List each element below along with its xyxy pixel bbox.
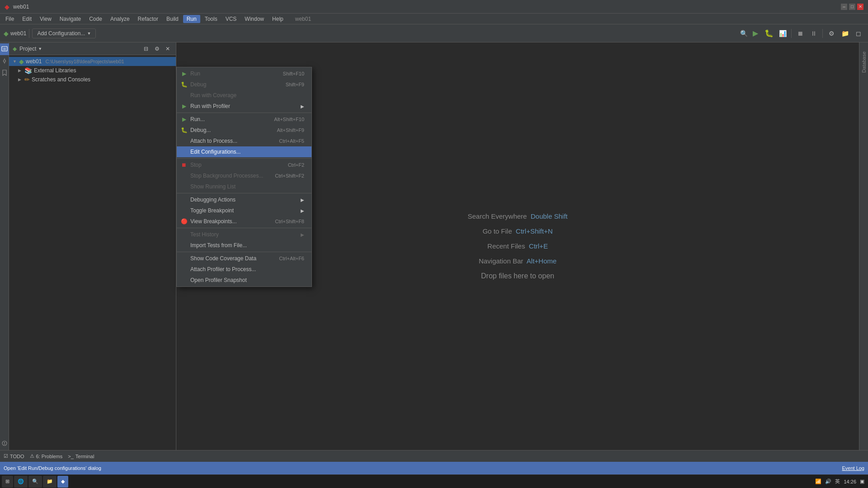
hide-panel-button[interactable]: ✕ [163,44,172,53]
menu-item-test-history[interactable]: Test History ▶ [177,229,311,240]
menu-item-debug-actions[interactable]: Debugging Actions ▶ [177,194,311,205]
menu-item-debug-dots[interactable]: 🐛 Debug... Alt+Shift+F9 [177,125,311,136]
menu-vcs[interactable]: VCS [222,15,241,23]
menu-item-attach[interactable]: Attach to Process... Ctrl+Alt+F5 [177,136,311,146]
menu-item-import-tests[interactable]: Import Tests from File... [177,240,311,251]
run-button[interactable]: ▶ [750,28,761,39]
menu-edit[interactable]: Edit [19,15,35,23]
folder-button[interactable]: 📁 [839,28,851,39]
window-title: web01 [13,4,29,10]
shortcut-everywhere: Search Everywhere Double Shift [468,212,568,220]
menu-window[interactable]: Window [241,15,268,23]
settings-button[interactable]: ⚙ [826,28,837,39]
services-tab[interactable] [0,437,9,449]
menu-item-run-dots[interactable]: ▶ Run... Alt+Shift+F10 [177,114,311,125]
menu-item-stop-bg[interactable]: Stop Background Processes... Ctrl+Shift+… [177,170,311,181]
debug-button[interactable]: 🐛 [763,28,775,39]
menu-item-show-coverage[interactable]: Show Code Coverage Data Ctrl+Alt+F6 [177,253,311,264]
taskbar-search-button[interactable]: 🔍 [28,476,42,488]
menu-item-run-coverage[interactable]: Run with Coverage [177,90,311,101]
menu-help[interactable]: Help [269,15,287,23]
left-side-tabs [0,42,9,450]
commits-tab[interactable] [0,55,9,67]
stop-bg-icon [180,172,188,179]
menu-item-edit-config[interactable]: Edit Configurations... [177,146,311,157]
menu-code[interactable]: Code [85,15,106,23]
svg-rect-0 [2,47,7,51]
database-tab[interactable]: Database [861,44,867,80]
expand-button[interactable]: ◻ [853,28,864,39]
menu-build[interactable]: Build [163,15,182,23]
debug-dots-label: Debug... [190,127,211,133]
debug-actions-icon [180,196,188,203]
project-panel-header: ◆ Project ▼ ⊟ ⚙ ✕ [9,42,176,55]
test-history-icon [180,231,188,238]
maximize-button[interactable]: □ [849,4,855,10]
menu-item-run[interactable]: ▶ Run Shift+F10 [177,68,311,79]
todo-tab[interactable]: ☑ TODO [4,453,24,459]
menu-view[interactable]: View [36,15,55,23]
menu-item-toggle-bp[interactable]: Toggle Breakpoint ▶ [177,205,311,216]
clock: 14:26 [844,479,856,484]
menu-item-run-profiler[interactable]: ▶ Run with Profiler ▶ [177,101,311,112]
expand-arrow-ext: ▶ [18,68,23,73]
taskbar-browser-button[interactable]: 🌐 [14,476,28,488]
run-shortcut: Shift+F10 [283,71,304,76]
toolbar: ◆ web01 Add Configuration... ▼ 🔍 ▶ 🐛 📊 ⏹… [0,24,868,42]
coverage-button[interactable]: 📊 [777,28,788,39]
menu-analyze[interactable]: Analyze [107,15,133,23]
status-bar-right: Event Log [842,465,864,471]
collapse-all-button[interactable]: ⊟ [142,44,151,53]
problems-label: 6: Problems [36,454,63,459]
menu-item-view-bp[interactable]: 🔴 View Breakpoints... Ctrl+Shift+F8 [177,216,311,227]
project-tab[interactable] [0,43,9,55]
stop-label: Stop [190,162,202,168]
menu-run[interactable]: Run [183,15,200,23]
taskbar-explorer-button[interactable]: 📁 [43,476,57,488]
attach-label: Attach to Process... [190,138,237,144]
shortcut-goto-file: Go to File Ctrl+Shift+N [482,227,552,235]
toggle-bp-arrow: ▶ [301,208,304,213]
todo-icon: ☑ [4,453,8,459]
tree-item-web01[interactable]: ▼ ◆ web01 C:\Users\ysy18\IdeaProjects\we… [9,57,176,66]
run-group-2: ▶ Run... Alt+Shift+F10 🐛 Debug... Alt+Sh… [177,113,311,159]
toggle-bp-label: Toggle Breakpoint [190,207,234,214]
app-icon: ◆ [5,3,9,10]
project-panel: ◆ Project ▼ ⊟ ⚙ ✕ ▼ ◆ web01 C:\Users\ysy… [9,42,176,450]
open-snapshot-label: Open Profiler Snapshot [190,277,247,283]
problems-tab[interactable]: ⚠ 6: Problems [30,453,63,459]
terminal-label: Terminal [75,454,94,459]
menu-refactor[interactable]: Refactor [134,15,162,23]
menu-file[interactable]: File [2,15,18,23]
shortcut-nav-bar: Navigation Bar Alt+Home [479,257,557,265]
menu-tools[interactable]: Tools [201,15,221,23]
menu-item-open-snapshot[interactable]: Open Profiler Snapshot [177,275,311,286]
taskbar-start-button[interactable]: ⊞ [2,476,13,488]
stop-button[interactable]: ⏹ [794,28,806,39]
menu-item-show-running[interactable]: Show Running List [177,181,311,192]
minimize-button[interactable]: – [841,4,847,10]
menu-item-attach-profiler[interactable]: Attach Profiler to Process... [177,264,311,275]
project-panel-icon: ◆ [13,46,17,52]
tree-item-external-libraries[interactable]: ▶ 📚 External Libraries [9,66,176,75]
show-coverage-label: Show Code Coverage Data [190,255,256,262]
status-bar: Open 'Edit Run/Debug configurations' dia… [0,462,868,474]
close-button[interactable]: ✕ [857,4,863,10]
bookmarks-tab[interactable] [0,67,9,79]
tree-item-scratches[interactable]: ▶ ✏ Scratches and Consoles [9,75,176,84]
import-tests-icon [180,242,188,249]
svg-point-8 [4,444,5,445]
menu-item-stop[interactable]: ⏹ Stop Ctrl+F2 [177,160,311,170]
add-configuration-button[interactable]: Add Configuration... ▼ [32,28,96,38]
menu-item-debug[interactable]: 🐛 Debug Shift+F9 [177,79,311,90]
settings-gear-button[interactable]: ⚙ [152,44,161,53]
separator3 [822,29,823,38]
menu-navigate[interactable]: Navigate [56,15,85,23]
taskbar-intellij-button[interactable]: ◆ [57,476,68,488]
run-group-4: Debugging Actions ▶ Toggle Breakpoint ▶ … [177,193,311,228]
pause-button[interactable]: ⏸ [808,28,820,39]
terminal-tab[interactable]: >_ Terminal [68,454,94,459]
terminal-icon: >_ [68,454,74,459]
event-log-link[interactable]: Event Log [842,465,864,471]
search-everywhere-icon[interactable]: 🔍 [740,30,748,37]
